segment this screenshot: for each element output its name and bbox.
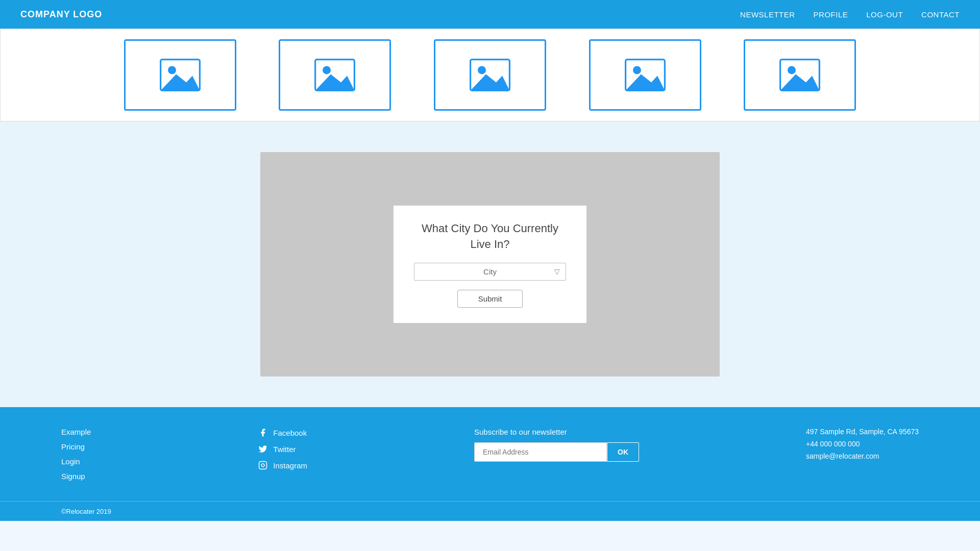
image-placeholder-5 <box>744 39 856 111</box>
facebook-icon <box>258 428 268 438</box>
svg-point-13 <box>788 66 796 74</box>
city-form-card: What City Do You Currently Live In? City… <box>393 205 587 323</box>
image-strip <box>0 29 980 121</box>
twitter-icon <box>258 444 268 454</box>
nav-logout[interactable]: LOG-OUT <box>866 10 903 19</box>
main-content: What City Do You Currently Live In? City… <box>0 121 980 407</box>
svg-point-4 <box>323 66 331 74</box>
contact-address: 497 Sample Rd, Sample, CA 95673 <box>806 428 919 436</box>
image-placeholder-2 <box>279 39 391 111</box>
svg-marker-14 <box>780 74 820 90</box>
main-nav: NEWSLETTER PROFILE LOG-OUT CONTACT <box>740 10 960 19</box>
nav-newsletter[interactable]: NEWSLETTER <box>740 10 795 19</box>
svg-point-10 <box>633 66 641 74</box>
card-container: What City Do You Currently Live In? City… <box>260 152 720 377</box>
footer-link-pricing[interactable]: Pricing <box>61 442 91 451</box>
svg-marker-11 <box>625 74 665 90</box>
newsletter-heading: Subscribe to our newsletter <box>474 428 639 436</box>
footer-link-login[interactable]: Login <box>61 457 91 466</box>
image-placeholder-1 <box>124 39 236 111</box>
social-instagram[interactable]: Instagram <box>258 460 307 470</box>
instagram-label: Instagram <box>273 461 307 470</box>
form-title: What City Do You Currently Live In? <box>414 221 566 253</box>
city-select[interactable]: City New York Los Angeles Chicago Housto… <box>414 263 566 281</box>
header: COMPANY LOGO NEWSLETTER PROFILE LOG-OUT … <box>0 0 980 29</box>
image-placeholder-4 <box>589 39 701 111</box>
svg-rect-15 <box>259 462 267 469</box>
footer-social: Facebook Twitter Instagram <box>258 428 307 470</box>
contact-phone: +44 000 000 000 <box>806 440 919 448</box>
svg-marker-2 <box>160 74 200 90</box>
footer-content: Example Pricing Login Signup Facebook Tw… <box>0 407 980 501</box>
footer-link-signup[interactable]: Signup <box>61 472 91 481</box>
svg-marker-8 <box>471 74 510 90</box>
contact-email: sample@relocater.com <box>806 452 919 460</box>
nav-profile[interactable]: PROFILE <box>814 10 848 19</box>
ok-button[interactable]: OK <box>607 442 639 462</box>
facebook-label: Facebook <box>273 429 307 437</box>
submit-button[interactable]: Submit <box>457 290 523 308</box>
newsletter-form: OK <box>474 442 639 462</box>
svg-marker-5 <box>315 74 355 90</box>
social-twitter[interactable]: Twitter <box>258 444 307 454</box>
svg-point-7 <box>478 66 486 74</box>
copyright: ©Relocater 2019 <box>61 508 111 515</box>
city-select-wrapper: City New York Los Angeles Chicago Housto… <box>414 263 566 281</box>
email-input[interactable] <box>474 442 607 462</box>
nav-contact[interactable]: CONTACT <box>921 10 960 19</box>
footer-links: Example Pricing Login Signup <box>61 428 91 481</box>
contact-info: 497 Sample Rd, Sample, CA 95673 +44 000 … <box>806 428 919 460</box>
image-placeholder-3 <box>434 39 546 111</box>
svg-point-1 <box>168 66 176 74</box>
footer-link-example[interactable]: Example <box>61 428 91 436</box>
newsletter-section: Subscribe to our newsletter OK <box>474 428 639 462</box>
social-facebook[interactable]: Facebook <box>258 428 307 438</box>
footer: Example Pricing Login Signup Facebook Tw… <box>0 407 980 521</box>
footer-bottom: ©Relocater 2019 <box>0 501 980 521</box>
twitter-label: Twitter <box>273 445 296 454</box>
company-logo: COMPANY LOGO <box>20 9 102 20</box>
instagram-icon <box>258 460 268 470</box>
